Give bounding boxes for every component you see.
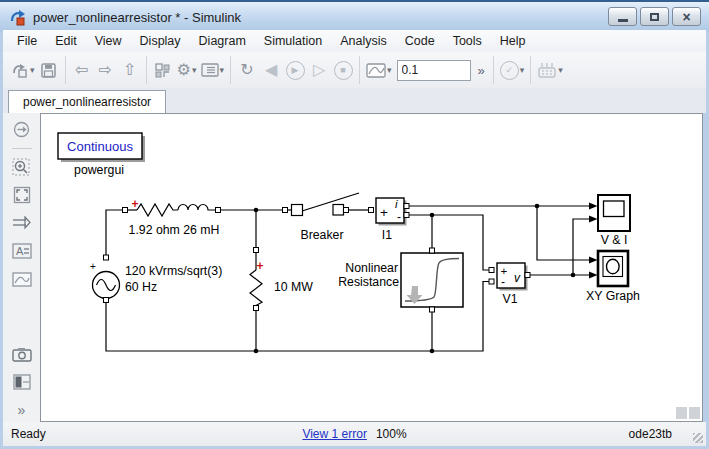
canvas-scroll-corner[interactable] (676, 407, 700, 419)
toolbar-separator (230, 56, 231, 84)
signal-arrowheads (589, 203, 598, 279)
menu-file[interactable]: File (8, 31, 46, 51)
powergui-label: powergui (74, 163, 124, 177)
image-annotation-button[interactable] (9, 268, 35, 291)
view-error-link[interactable]: View 1 error (302, 427, 366, 441)
annotation-icon: A (12, 243, 32, 259)
image-curve-icon (12, 272, 32, 287)
perspective-button[interactable] (9, 371, 35, 394)
menu-bar: File Edit View Display Diagram Simulatio… (3, 30, 706, 52)
parallel-load-block[interactable]: + 10 MW (256, 259, 313, 294)
annotation-button[interactable]: A (9, 240, 35, 263)
step-forward-button[interactable]: ▷ (307, 57, 331, 83)
zoom-level: 100% (376, 427, 407, 441)
library-browser-button[interactable] (151, 57, 175, 83)
step-back-button[interactable]: ◀ (259, 57, 283, 83)
model-tab[interactable]: power_nonlinearresistor (8, 90, 166, 113)
menu-diagram[interactable]: Diagram (190, 31, 255, 51)
nonlinear-label-line2: Resistance (338, 275, 399, 289)
toolbar-separator (359, 56, 360, 84)
fit-to-view-button[interactable] (9, 184, 35, 207)
i1-label: I1 (382, 228, 392, 242)
signal-routing-icon (12, 216, 31, 230)
save-button[interactable] (37, 57, 61, 83)
new-model-button[interactable]: ▾ (9, 57, 37, 83)
solver-name: ode23tb (629, 427, 672, 441)
layout-icon (13, 374, 31, 390)
load-polarity: + (256, 259, 263, 273)
simulation-display-button[interactable]: ▾ (364, 57, 394, 83)
palette-overflow-button[interactable]: » (9, 399, 35, 422)
main-area: A » (3, 113, 703, 422)
i1-i-sym: i (395, 198, 398, 210)
window-title: power_nonlinearresistor * - Simulink (33, 10, 241, 25)
voltage-measurement-block[interactable]: + - v V1 (497, 263, 528, 306)
model-diagram: Continuous powergui + 1.92 ohm 26 mH + 1… (41, 114, 703, 419)
menu-display[interactable]: Display (131, 31, 190, 51)
ac-voltage-source[interactable]: + 120 kVrms/sqrt(3) 60 Hz (90, 261, 222, 299)
current-measurement-block[interactable]: + i - I1 (376, 198, 407, 242)
signal-routing-button[interactable] (9, 212, 35, 235)
source-label-line1: 120 kVrms/sqrt(3) (125, 264, 222, 278)
menu-view[interactable]: View (86, 31, 131, 51)
menu-help[interactable]: Help (491, 31, 535, 51)
v1-minus-sym: - (501, 275, 505, 289)
forward-icon: ⇨ (99, 62, 112, 78)
minimize-button[interactable] (608, 7, 637, 26)
menu-tools[interactable]: Tools (444, 31, 491, 51)
toolbar-separator (146, 56, 147, 84)
stop-time-input[interactable] (397, 60, 471, 81)
restore-icon (650, 13, 659, 21)
series-rl-branch[interactable]: + 1.92 ohm 26 mH (129, 197, 220, 237)
arrow-circle-icon (13, 121, 30, 138)
breaker-label: Breaker (300, 228, 343, 242)
title-bar: power_nonlinearresistor * - Simulink × (0, 0, 709, 32)
powergui-block[interactable]: Continuous powergui (58, 133, 145, 177)
v1-label: V1 (502, 292, 517, 306)
configuration-button[interactable]: ▾ (199, 57, 227, 83)
menu-simulation[interactable]: Simulation (255, 31, 331, 51)
breaker-block[interactable]: Breaker (292, 205, 344, 243)
model-browser-toggle-button[interactable] (9, 118, 35, 141)
i1-minus-sym: - (397, 210, 401, 224)
gear-icon: ⚙ (177, 62, 191, 78)
toolbar-separator (530, 56, 531, 84)
restore-button[interactable] (640, 7, 669, 26)
step-forward-icon: ▷ (313, 62, 325, 78)
stop-button[interactable]: ■ (331, 57, 355, 83)
chevron-down-icon: ▾ (220, 65, 225, 75)
resize-grip[interactable] (693, 433, 703, 443)
chevron-down-icon: ▾ (192, 65, 197, 75)
toolbar-separator (65, 56, 66, 84)
palette-bar: A » (3, 113, 40, 422)
model-settings-button[interactable]: ⚙ ▾ (175, 57, 199, 83)
chevron-down-icon: ▾ (30, 65, 35, 75)
camera-icon (12, 347, 32, 362)
vi-scope-block[interactable]: V & I (598, 195, 630, 247)
update-diagram-icon: ↻ (240, 62, 253, 78)
forward-button[interactable]: ⇨ (94, 57, 118, 83)
toolbar-overflow-icon[interactable]: » (474, 63, 489, 78)
fit-to-view-icon (13, 186, 31, 204)
run-button[interactable]: ▶ (283, 57, 307, 83)
config-list-icon (201, 63, 219, 77)
menu-analysis[interactable]: Analysis (331, 31, 396, 51)
menu-code[interactable]: Code (396, 31, 444, 51)
menu-edit[interactable]: Edit (46, 31, 86, 51)
model-canvas[interactable]: Continuous powergui + 1.92 ohm 26 mH + 1… (40, 113, 703, 422)
viewmark-button[interactable] (9, 343, 35, 366)
build-button[interactable]: ▾ (535, 57, 565, 83)
up-to-parent-button[interactable]: ⇧ (118, 57, 142, 83)
close-button[interactable]: × (672, 7, 701, 26)
nonlinear-resistance-block[interactable]: Nonlinear Resistance (338, 253, 463, 307)
model-advisor-button[interactable]: ✓ ▾ (498, 57, 527, 83)
annotation-letter: A (16, 245, 24, 257)
update-diagram-button[interactable]: ↻ (235, 57, 259, 83)
xy-graph-label: XY Graph (586, 289, 640, 303)
back-button[interactable]: ⇦ (70, 57, 94, 83)
zoom-box-button[interactable] (9, 156, 35, 179)
chevron-down-icon: ▾ (520, 65, 525, 75)
block-ports (104, 204, 531, 313)
toolbar: ▾ ⇦ ⇨ ⇧ ⚙ ▾ ▾ ↻ ◀ ▶ ▷ ■ (3, 52, 706, 89)
step-back-icon: ◀ (265, 62, 277, 78)
